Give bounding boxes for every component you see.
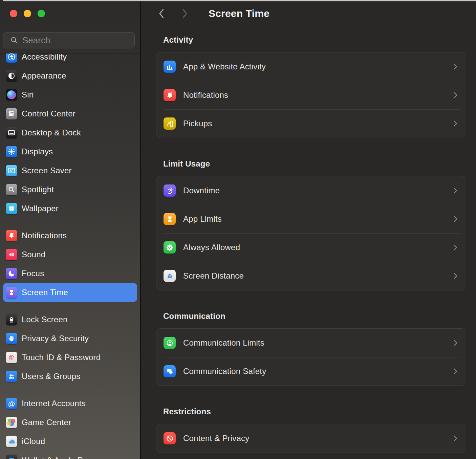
hourglass-icon xyxy=(164,213,176,225)
row-divider xyxy=(163,357,460,357)
row-downtime[interactable]: Downtime xyxy=(156,176,466,205)
bar-chart-icon xyxy=(164,61,176,73)
search-field[interactable] xyxy=(3,32,135,48)
section-title-activity: Activity xyxy=(163,35,466,45)
section-title-restrictions: Restrictions xyxy=(163,407,466,416)
sidebar-item-game-center[interactable]: Game Center xyxy=(3,413,137,432)
row-screen-distance[interactable]: Screen Distance xyxy=(156,262,466,290)
sidebar-item-label: Desktop & Dock xyxy=(22,128,81,137)
chevron-right-icon xyxy=(453,368,457,375)
notifications-icon xyxy=(6,230,17,241)
sidebar-item-spotlight[interactable]: Spotlight xyxy=(3,180,137,199)
chevron-right-icon xyxy=(453,92,457,99)
sidebar-item-internet-accounts[interactable]: @ Internet Accounts xyxy=(3,394,137,413)
users-groups-icon xyxy=(6,371,17,382)
sidebar-item-label: Users & Groups xyxy=(22,372,81,381)
sidebar-item-label: Sound xyxy=(22,250,45,259)
row-communication-safety[interactable]: Communication Safety xyxy=(156,357,466,386)
row-app-limits[interactable]: App Limits xyxy=(156,205,466,233)
sidebar-item-label: Spotlight xyxy=(22,185,54,194)
sidebar-item-label: Control Center xyxy=(22,109,75,118)
wallet-icon xyxy=(6,455,17,459)
chat-bubbles-icon xyxy=(164,365,176,377)
sidebar-item-accessibility[interactable]: Accessibility xyxy=(3,53,137,66)
traffic-lights xyxy=(10,10,45,17)
chevron-left-icon xyxy=(158,8,164,19)
chevron-right-icon xyxy=(453,340,457,346)
minimize-button[interactable] xyxy=(24,10,31,17)
chevron-right-icon xyxy=(453,244,457,251)
bell-icon xyxy=(164,89,176,101)
wallpaper-icon xyxy=(6,203,17,214)
badge-check-icon xyxy=(164,241,176,254)
sidebar-item-wallpaper[interactable]: Wallpaper xyxy=(3,199,137,218)
row-communication-limits[interactable]: Communication Limits xyxy=(156,329,466,357)
sidebar-item-displays[interactable]: Displays xyxy=(3,142,137,161)
sidebar-item-siri[interactable]: Siri xyxy=(3,85,137,104)
sidebar-item-label: Displays xyxy=(22,147,53,156)
sidebar-item-sound[interactable]: Sound xyxy=(3,245,137,264)
search-input[interactable] xyxy=(22,35,136,46)
sidebar-item-appearance[interactable]: Appearance xyxy=(3,66,137,85)
screen-time-icon xyxy=(6,287,17,298)
person-circle-icon xyxy=(164,337,176,349)
row-notifications[interactable]: Notifications xyxy=(156,81,466,109)
internet-accounts-icon: @ xyxy=(6,398,17,409)
row-divider xyxy=(163,262,460,262)
row-label: Always Allowed xyxy=(183,243,453,252)
accessibility-icon xyxy=(6,53,17,63)
row-pickups[interactable]: Pickups xyxy=(156,109,466,138)
sidebar-item-label: Lock Screen xyxy=(22,315,68,324)
sidebar-item-label: Screen Time xyxy=(22,288,68,297)
section-title-communication: Communication xyxy=(163,311,466,321)
appearance-icon xyxy=(6,70,17,82)
row-label: Pickups xyxy=(183,119,453,128)
sidebar-item-label: Notifications xyxy=(22,231,67,240)
sidebar-item-screen-saver[interactable]: Screen Saver xyxy=(3,161,137,180)
focus-icon xyxy=(6,268,17,279)
forward-button[interactable] xyxy=(179,7,191,20)
communication-card: Communication Limits Communication Safet… xyxy=(156,328,466,386)
sidebar-item-label: Wallet & Apple Pay xyxy=(22,456,92,459)
row-label: Downtime xyxy=(183,186,453,195)
row-divider xyxy=(163,109,460,110)
row-app-website-activity[interactable]: App & Website Activity xyxy=(156,52,466,81)
sidebar-item-label: Touch ID & Password xyxy=(22,353,101,362)
row-label: App Limits xyxy=(183,214,453,224)
page-title: Screen Time xyxy=(209,8,269,19)
sidebar-item-icloud[interactable]: iCloud xyxy=(3,432,137,451)
sidebar-item-label: Appearance xyxy=(22,71,66,81)
downtime-clock-icon xyxy=(164,184,176,197)
sidebar-list: Accessibility Appearance Siri xyxy=(0,53,140,459)
sidebar-item-lock-screen[interactable]: Lock Screen xyxy=(3,310,137,329)
activity-card: App & Website Activity Notifications xyxy=(156,52,466,138)
sidebar-item-screen-time[interactable]: Screen Time xyxy=(3,283,137,302)
sidebar-item-desktop-dock[interactable]: Desktop & Dock xyxy=(3,123,137,142)
row-content-privacy[interactable]: Content & Privacy xyxy=(156,424,466,453)
row-label: Content & Privacy xyxy=(183,434,453,443)
row-label: Communication Safety xyxy=(183,367,453,376)
back-button[interactable] xyxy=(155,7,167,20)
sidebar-item-notifications[interactable]: Notifications xyxy=(3,226,137,245)
sidebar-item-label: Game Center xyxy=(22,418,71,427)
sidebar: Accessibility Appearance Siri xyxy=(0,0,141,459)
close-button[interactable] xyxy=(10,10,17,17)
spotlight-icon xyxy=(6,184,17,195)
sidebar-item-users-groups[interactable]: Users & Groups xyxy=(3,367,137,386)
sidebar-item-control-center[interactable]: Control Center xyxy=(3,104,137,123)
sidebar-item-privacy-security[interactable]: Privacy & Security xyxy=(3,329,137,348)
restrictions-card: Content & Privacy xyxy=(156,424,466,453)
row-label: App & Website Activity xyxy=(183,62,453,71)
sound-icon xyxy=(6,249,17,260)
sidebar-item-touch-id[interactable]: Touch ID & Password xyxy=(3,348,137,367)
row-label: Communication Limits xyxy=(183,338,453,348)
zoom-button[interactable] xyxy=(38,10,45,17)
search-icon xyxy=(10,36,18,44)
chevron-right-icon xyxy=(453,63,457,70)
control-center-icon xyxy=(6,108,17,119)
sidebar-item-focus[interactable]: Focus xyxy=(3,264,137,283)
displays-icon xyxy=(6,146,17,157)
sidebar-item-wallet[interactable]: Wallet & Apple Pay xyxy=(3,451,137,459)
row-always-allowed[interactable]: Always Allowed xyxy=(156,233,466,262)
sidebar-item-label: Accessibility xyxy=(22,53,67,62)
